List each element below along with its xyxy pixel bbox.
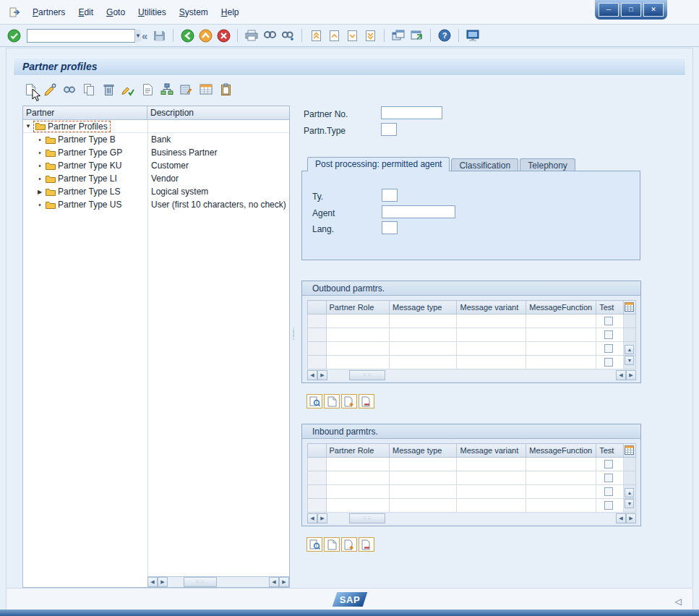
help-icon[interactable]: ?	[437, 27, 453, 43]
minimize-button[interactable]: ─	[599, 3, 619, 17]
hierarchy-icon[interactable]	[160, 82, 174, 97]
scroll-right-icon[interactable]: ▶	[317, 513, 327, 523]
tree-node-label[interactable]: Partner Profiles	[48, 121, 108, 132]
scroll-left-icon[interactable]: ◀	[307, 370, 317, 380]
scroll-thumb[interactable]: ⁙⁙	[349, 513, 385, 523]
scroll-up-icon[interactable]: ▲	[625, 488, 634, 497]
previous-page-icon[interactable]	[326, 27, 342, 43]
test-checkbox[interactable]	[604, 330, 613, 339]
lang-input[interactable]	[382, 221, 398, 234]
cancel-icon[interactable]	[215, 27, 231, 43]
last-page-icon[interactable]	[362, 27, 378, 43]
close-button[interactable]: ✕	[643, 3, 664, 17]
test-checkbox[interactable]	[604, 460, 613, 469]
test-checkbox[interactable]	[604, 344, 613, 353]
display-detail-icon[interactable]	[306, 537, 322, 552]
scroll-down-icon[interactable]: ▼	[625, 499, 634, 508]
menu-partners[interactable]: Partners	[26, 5, 72, 20]
table-row[interactable]	[308, 328, 636, 342]
new-session-icon[interactable]	[390, 27, 406, 43]
table-row[interactable]: ▲	[308, 485, 636, 499]
scroll-right-icon[interactable]: ▶	[626, 370, 636, 380]
ty-input[interactable]	[382, 189, 398, 202]
find-icon[interactable]	[262, 27, 278, 43]
scroll-right-icon[interactable]: ▶	[279, 577, 289, 587]
scroll-right-icon[interactable]: ▶	[158, 577, 168, 587]
insert-row-icon[interactable]	[324, 537, 340, 552]
scroll-left-icon[interactable]: ◀	[147, 577, 158, 587]
maximize-button[interactable]: □	[621, 3, 641, 17]
tree-row-type-ku[interactable]: • Partner Type KU Customer	[23, 159, 289, 172]
menu-edit[interactable]: Edit	[72, 5, 100, 20]
tree-node-label[interactable]: Partner Type B	[58, 134, 116, 145]
command-field[interactable]: ▼	[27, 29, 135, 43]
table-configuration-icon[interactable]	[625, 304, 634, 313]
copy-icon[interactable]	[82, 82, 96, 97]
statusbar-expand-icon[interactable]: ◁	[675, 596, 682, 607]
table-row[interactable]: ▲	[308, 342, 636, 356]
enter-icon[interactable]	[6, 27, 22, 43]
test-checkbox[interactable]	[604, 358, 613, 367]
tree-node-label[interactable]: Partner Type GP	[58, 147, 122, 158]
delete-icon[interactable]	[101, 82, 116, 97]
test-checkbox[interactable]	[604, 317, 613, 325]
exit-icon[interactable]	[197, 27, 213, 43]
tree-row-root[interactable]: ▼ Partner Profiles	[23, 120, 289, 133]
agent-input[interactable]	[382, 205, 455, 218]
partner-icon[interactable]	[179, 82, 194, 97]
change-icon[interactable]	[43, 82, 57, 97]
tree-node-label[interactable]: Partner Type KU	[58, 161, 122, 171]
menu-help[interactable]: Help	[215, 5, 246, 20]
tree-row-type-ls[interactable]: ▶ Partner Type LS Logical system	[23, 185, 289, 198]
scroll-right-icon[interactable]: ▶	[626, 513, 636, 523]
tree-row-type-li[interactable]: • Partner Type LI Vendor	[23, 172, 289, 185]
partner-no-input[interactable]	[381, 106, 442, 119]
table-row[interactable]	[308, 471, 636, 485]
table-row[interactable]	[308, 458, 636, 471]
tree-row-type-gp[interactable]: • Partner Type GP Business Partner	[23, 146, 289, 159]
print-icon[interactable]	[244, 27, 260, 43]
scroll-left-icon[interactable]: ◀	[616, 370, 626, 380]
append-row-icon[interactable]	[341, 394, 357, 408]
partner-type-input[interactable]	[381, 123, 397, 136]
tree-row-type-us[interactable]: • Partner Type US User (first 10 charact…	[23, 198, 289, 211]
menu-utilities[interactable]: Utilities	[132, 5, 173, 20]
tree-node-label[interactable]: Partner Type US	[58, 200, 122, 210]
clipboard-icon[interactable]	[218, 82, 233, 97]
customize-layout-icon[interactable]	[465, 27, 481, 43]
find-next-icon[interactable]	[280, 27, 296, 43]
next-page-icon[interactable]	[344, 27, 360, 43]
first-page-icon[interactable]	[308, 27, 324, 43]
scroll-thumb[interactable]: ⁙⁙	[184, 577, 217, 587]
tree-node-label[interactable]: Partner Type LS	[58, 187, 121, 197]
back-icon[interactable]	[179, 27, 195, 43]
tab-telephony[interactable]: Telephony	[520, 158, 575, 171]
table-row[interactable]: ▼	[308, 499, 636, 513]
menu-system[interactable]: System	[173, 5, 215, 20]
display-icon[interactable]	[62, 82, 77, 97]
table-view-icon[interactable]	[199, 82, 213, 97]
table-row[interactable]: ▼	[308, 356, 636, 369]
create-shortcut-icon[interactable]	[408, 27, 424, 43]
tab-post-processing[interactable]: Post processing: permitted agent	[307, 157, 450, 171]
display-detail-icon[interactable]	[306, 394, 322, 408]
menu-goto[interactable]: Goto	[100, 5, 132, 20]
scroll-up-icon[interactable]: ▲	[625, 345, 634, 354]
scroll-left-icon[interactable]: ◀	[616, 513, 626, 523]
table-configuration-icon[interactable]	[625, 448, 634, 456]
collapse-arrow-icon[interactable]: ▼	[23, 123, 33, 129]
command-input[interactable]	[27, 30, 134, 42]
test-checkbox[interactable]	[604, 474, 613, 482]
scroll-down-icon[interactable]: ▼	[625, 356, 634, 365]
exit-session-icon[interactable]	[7, 6, 23, 19]
tree-row-type-b[interactable]: • Partner Type B Bank	[23, 133, 289, 146]
delete-row-icon[interactable]	[359, 394, 374, 408]
table-row[interactable]	[308, 315, 636, 328]
expand-arrow-icon[interactable]: ▶	[35, 189, 45, 195]
scroll-right-icon[interactable]: ▶	[317, 370, 327, 380]
insert-row-icon[interactable]	[324, 394, 340, 408]
tab-classification[interactable]: Classification	[451, 158, 518, 171]
check-icon[interactable]	[121, 82, 135, 97]
test-checkbox[interactable]	[604, 487, 613, 496]
documentation-icon[interactable]	[140, 82, 155, 97]
